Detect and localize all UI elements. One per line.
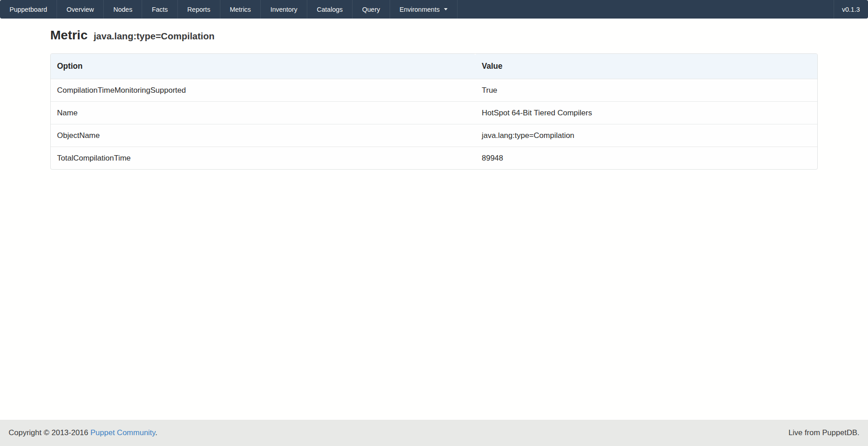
option-cell: CompilationTimeMonitoringSupported — [51, 79, 475, 101]
puppet-community-link[interactable]: Puppet Community — [91, 428, 155, 437]
chevron-down-icon — [444, 8, 448, 10]
option-cell: ObjectName — [51, 124, 475, 147]
table-row: CompilationTimeMonitoringSupportedTrue — [51, 79, 817, 101]
nav-item-metrics[interactable]: Metrics — [220, 0, 261, 19]
table-row: ObjectNamejava.lang:type=Compilation — [51, 124, 817, 147]
main-content: Metric java.lang:type=Compilation Option… — [0, 19, 868, 420]
page-title: Metric — [50, 28, 87, 42]
top-navbar: PuppetboardOverviewNodesFactsReportsMetr… — [0, 0, 868, 19]
nav-item-label: Catalogs — [317, 6, 343, 13]
metric-table-head: Option Value — [51, 54, 817, 79]
copyright-prefix: Copyright © 2013-2016 — [9, 428, 88, 437]
nav-item-label: Puppetboard — [10, 6, 47, 13]
nav-item-environments[interactable]: Environments — [390, 0, 458, 19]
table-row: NameHotSpot 64-Bit Tiered Compilers — [51, 101, 817, 124]
header-row: Option Value — [51, 54, 817, 79]
column-header-option: Option — [51, 54, 475, 79]
nav-item-label: Nodes — [113, 6, 132, 13]
value-cell: java.lang:type=Compilation — [475, 124, 817, 147]
nav-item-label: Inventory — [270, 6, 297, 13]
nav-item-label: Environments — [400, 6, 440, 13]
version-label: v0.1.3 — [842, 6, 860, 13]
option-cell: Name — [51, 101, 475, 124]
navbar-items: PuppetboardOverviewNodesFactsReportsMetr… — [0, 0, 458, 19]
nav-item-reports[interactable]: Reports — [178, 0, 220, 19]
page-footer: Copyright © 2013-2016 Puppet Community. … — [0, 420, 868, 446]
table-row: TotalCompilationTime89948 — [51, 147, 817, 169]
column-header-value: Value — [475, 54, 817, 79]
nav-item-label: Reports — [187, 6, 210, 13]
nav-item-label: Metrics — [230, 6, 251, 13]
page: PuppetboardOverviewNodesFactsReportsMetr… — [0, 0, 868, 446]
value-cell: HotSpot 64-Bit Tiered Compilers — [475, 101, 817, 124]
nav-item-nodes[interactable]: Nodes — [104, 0, 142, 19]
copyright-suffix: . — [155, 428, 157, 437]
page-header: Metric java.lang:type=Compilation — [50, 28, 818, 43]
nav-item-label: Overview — [67, 6, 94, 13]
nav-item-inventory[interactable]: Inventory — [261, 0, 307, 19]
nav-item-label: Facts — [152, 6, 167, 13]
puppetdb-status-text: Live from PuppetDB. — [788, 428, 859, 437]
option-cell: TotalCompilationTime — [51, 147, 475, 169]
metric-table: Option Value CompilationTimeMonitoringSu… — [50, 53, 818, 170]
value-cell: 89948 — [475, 147, 817, 169]
nav-item-puppetboard[interactable]: Puppetboard — [0, 0, 57, 19]
page-subtitle: java.lang:type=Compilation — [94, 31, 215, 41]
nav-item-facts[interactable]: Facts — [142, 0, 177, 19]
nav-item-overview[interactable]: Overview — [57, 0, 104, 19]
metric-table-body: CompilationTimeMonitoringSupportedTrueNa… — [51, 79, 817, 169]
value-cell: True — [475, 79, 817, 101]
nav-item-catalogs[interactable]: Catalogs — [307, 0, 353, 19]
copyright-text: Copyright © 2013-2016 Puppet Community. — [9, 428, 157, 437]
nav-item-label: Query — [362, 6, 380, 13]
nav-item-query[interactable]: Query — [353, 0, 390, 19]
version-badge: v0.1.3 — [834, 0, 868, 19]
